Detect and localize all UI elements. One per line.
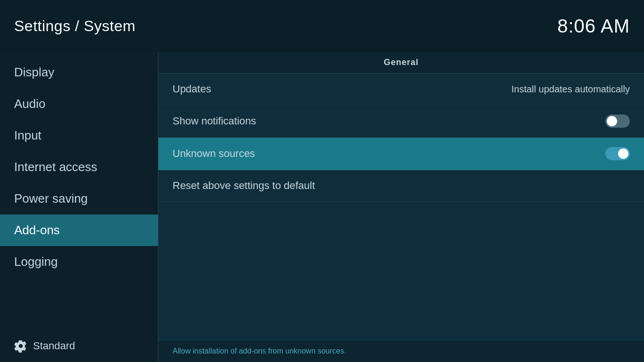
sidebar-item-add-ons[interactable]: Add-ons [0, 214, 158, 246]
section-header: General [158, 52, 644, 74]
setting-row-unknown-sources[interactable]: Unknown sources [158, 138, 644, 170]
setting-row-reset[interactable]: Reset above settings to default [158, 170, 644, 202]
setting-label-show-notifications: Show notifications [173, 115, 256, 127]
sidebar-bottom: Standard [0, 330, 158, 362]
setting-value-updates: Install updates automatically [512, 84, 630, 95]
sidebar-item-internet-access[interactable]: Internet access [0, 151, 158, 183]
sidebar-item-logging[interactable]: Logging [0, 246, 158, 278]
settings-level-label: Standard [33, 340, 75, 352]
sidebar-item-power-saving[interactable]: Power saving [0, 183, 158, 214]
clock: 8:06 AM [557, 16, 630, 37]
toggle-unknown-sources[interactable] [605, 147, 630, 160]
toggle-show-notifications[interactable] [605, 115, 630, 128]
setting-label-updates: Updates [173, 83, 211, 95]
sidebar-item-display[interactable]: Display [0, 57, 158, 88]
settings-list: Updates Install updates automatically Sh… [158, 74, 644, 340]
footer-hint: Allow installation of add-ons from unkno… [173, 347, 346, 355]
main-layout: Display Audio Input Internet access Powe… [0, 52, 644, 362]
header: Settings / System 8:06 AM [0, 0, 644, 52]
setting-label-unknown-sources: Unknown sources [173, 148, 255, 160]
page-title: Settings / System [14, 17, 135, 35]
gear-icon [14, 339, 27, 353]
content-area: General Updates Install updates automati… [158, 52, 644, 362]
setting-label-reset: Reset above settings to default [173, 180, 315, 192]
content-footer: Allow installation of add-ons from unkno… [158, 340, 644, 362]
sidebar-item-input[interactable]: Input [0, 120, 158, 151]
section-title: General [384, 58, 419, 67]
toggle-knob-unknown-sources [618, 148, 628, 159]
setting-row-updates[interactable]: Updates Install updates automatically [158, 74, 644, 105]
sidebar: Display Audio Input Internet access Powe… [0, 52, 158, 362]
toggle-knob-show-notifications [607, 116, 617, 126]
setting-row-show-notifications[interactable]: Show notifications [158, 105, 644, 138]
sidebar-item-audio[interactable]: Audio [0, 88, 158, 120]
